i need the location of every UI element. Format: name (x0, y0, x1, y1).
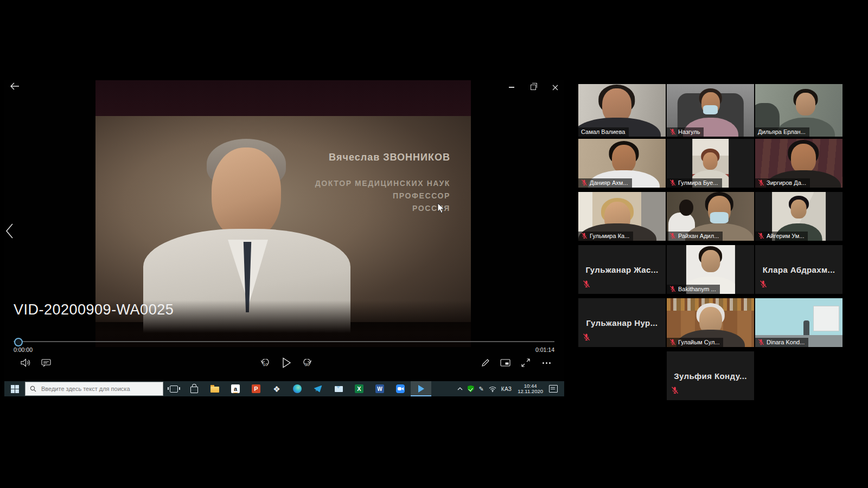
mic-muted-icon (669, 179, 676, 186)
taskbar-search[interactable] (25, 382, 163, 396)
participant-name: Назгуль (678, 129, 700, 135)
participant-name-label: Гулмира Буе... (667, 178, 722, 188)
taskbar-clock[interactable]: 10:44 12.11.2020 (516, 383, 544, 394)
participant-name-label: Гульмира Ка... (578, 232, 633, 241)
mic-muted-icon (758, 233, 764, 239)
film-caption-line1: ДОКТОР МЕДИЦИНСКИХ НАУК (315, 177, 450, 190)
film-caption-line3: РОССИЯ (315, 202, 450, 215)
participant-tile[interactable]: Назгуль (667, 84, 754, 137)
taskbar-app-mail[interactable] (328, 381, 349, 396)
play-button[interactable] (279, 356, 293, 370)
action-center-icon (549, 385, 558, 393)
films-tv-icon (418, 385, 424, 393)
participant-tile[interactable]: Dinara Kond... (755, 298, 843, 347)
security-tray-button[interactable] (468, 386, 474, 393)
zoom-app-icon (396, 384, 405, 393)
film-caption-line2: ПРОФЕССОР (315, 190, 450, 202)
skip-back-label: 10 (263, 362, 268, 367)
search-input[interactable] (40, 385, 151, 393)
clock-date: 12.11.2020 (518, 389, 543, 394)
mute-indicator (760, 280, 767, 290)
taskbar-app-telegram[interactable] (308, 381, 328, 396)
mute-indicator (583, 280, 590, 290)
start-button[interactable] (4, 381, 25, 396)
taskbar-app-task-view[interactable] (163, 381, 184, 396)
participant-tile[interactable]: Гульжанар Нур... (578, 298, 666, 347)
mic-muted-icon (669, 233, 676, 239)
participant-tile[interactable]: Гулмира Буе... (667, 139, 754, 188)
taskbar-app-word[interactable]: W (369, 381, 390, 396)
mic-muted-icon (760, 280, 767, 288)
shared-screen-window: Вячеслав ЗВОННИКОВ ДОКТОР МЕДИЦИНСКИХ НА… (4, 80, 564, 396)
participant-tile[interactable]: Дильяра Ерлан... (755, 84, 843, 137)
captions-button[interactable] (39, 356, 53, 370)
participant-tile[interactable]: Зульфия Конду... (667, 351, 754, 400)
close-icon (552, 85, 558, 91)
taskbar-app-dropbox[interactable]: ❖ (266, 381, 287, 396)
seek-bar[interactable] (14, 338, 554, 345)
current-time: 0:00:00 (14, 346, 33, 353)
chevron-up-icon (457, 387, 463, 390)
participant-tile[interactable]: Зиргиров Да... (755, 139, 843, 188)
taskbar-app-powerpoint[interactable]: P (246, 381, 266, 396)
taskbar-app-file-explorer[interactable] (205, 381, 225, 396)
participant-tile[interactable]: Гулайым Сул... (667, 298, 754, 347)
taskbar-app-store[interactable] (184, 381, 205, 396)
taskbar-app-excel[interactable]: X (349, 381, 369, 396)
taskbar-app-zoom[interactable] (390, 381, 411, 396)
desktop-root: { "player": { "title": "VID-20200909-WA0… (0, 0, 868, 488)
participant-name: Bakithanym ... (678, 286, 716, 292)
skip-forward-label: 30 (305, 362, 310, 367)
dropbox-icon: ❖ (273, 385, 280, 393)
participant-tile[interactable]: Райхан Адил... (667, 192, 754, 241)
participant-name: Зульфия Конду... (667, 351, 754, 400)
mic-muted-icon (581, 233, 588, 239)
tray-chevron-button[interactable] (457, 387, 463, 390)
back-button[interactable] (10, 82, 22, 93)
mic-muted-icon (669, 129, 676, 135)
mini-player-button[interactable] (498, 356, 512, 370)
participant-name-label: Самал Валиева (578, 127, 629, 137)
participant-tile[interactable]: Самал Валиева (578, 84, 666, 137)
previous-item-button[interactable] (5, 223, 17, 240)
participant-name: Гулмира Буе... (678, 179, 718, 186)
participant-tile[interactable]: Клара Абдрахм... (755, 245, 843, 294)
restore-button[interactable] (527, 82, 539, 92)
volume-button[interactable] (18, 356, 33, 370)
taskbar-app-edge[interactable] (287, 381, 308, 396)
more-options-button[interactable] (539, 356, 553, 370)
pencil-icon (481, 358, 490, 367)
fullscreen-button[interactable] (519, 356, 533, 370)
task-view-icon (170, 386, 178, 393)
language-indicator[interactable]: КАЗ (501, 386, 512, 392)
participant-name-label: Dinara Kond... (755, 338, 808, 347)
close-button[interactable] (549, 82, 561, 92)
action-center-button[interactable] (549, 385, 558, 393)
participant-name: Гульмира Ка... (590, 233, 629, 239)
edit-button[interactable] (478, 356, 493, 370)
seek-track[interactable] (14, 341, 554, 342)
participant-tile[interactable]: Данияр Ахм... (578, 139, 666, 188)
participant-tile[interactable]: Айгерим Ум... (755, 192, 843, 241)
skip-forward-button[interactable]: 30 (300, 356, 314, 370)
skip-back-button[interactable]: 10 (258, 356, 272, 370)
taskbar-app-amazon[interactable]: a (225, 381, 246, 396)
participant-tile[interactable]: Bakithanym ... (667, 245, 754, 294)
participant-tile[interactable]: Гульмира Ка... (578, 192, 666, 241)
participant-name: Айгерим Ум... (767, 233, 804, 239)
seek-handle[interactable] (14, 338, 23, 346)
windows-logo-icon (11, 385, 19, 393)
minimize-button[interactable] (506, 82, 518, 92)
wifi-tray-button[interactable] (489, 386, 496, 392)
pen-tray-button[interactable]: ✎ (479, 386, 484, 393)
file-explorer-icon (210, 387, 219, 393)
film-caption: Вячеслав ЗВОННИКОВ ДОКТОР МЕДИЦИНСКИХ НА… (315, 152, 450, 215)
participant-name: Гульжанар Жас... (578, 245, 666, 294)
participant-tile[interactable]: Гульжанар Жас... (578, 245, 666, 294)
search-icon (30, 386, 36, 392)
player-controls: 10 30 (4, 356, 564, 374)
mail-icon (335, 386, 343, 392)
taskbar-app-films-tv[interactable] (411, 381, 431, 396)
participant-name: Дильяра Ерлан... (758, 129, 806, 135)
ellipsis-icon (542, 362, 551, 364)
